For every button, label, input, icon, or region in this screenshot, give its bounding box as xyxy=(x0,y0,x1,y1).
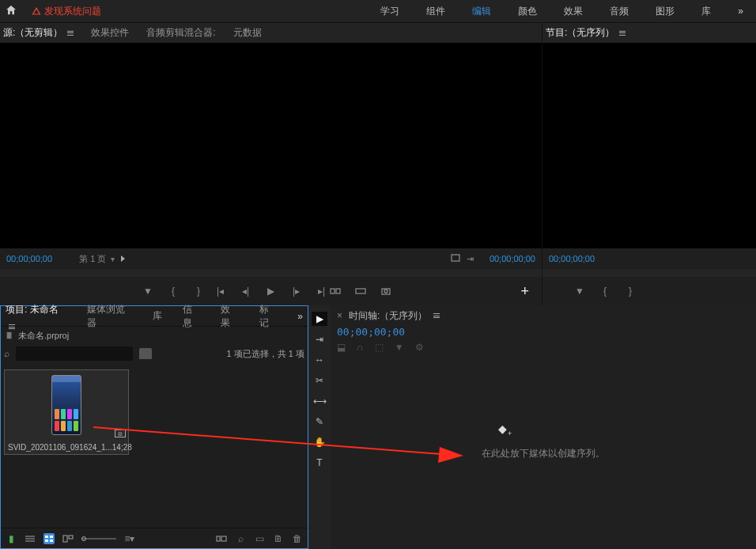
tab-metadata[interactable]: 元数据 xyxy=(233,26,262,40)
ripple-edit-tool-icon[interactable]: ↔ xyxy=(312,353,327,367)
linked-selection-icon[interactable]: ⬚ xyxy=(375,342,384,358)
icon-view-icon[interactable] xyxy=(43,533,55,544)
svg-rect-3 xyxy=(356,289,365,293)
mark-out-icon[interactable]: } xyxy=(625,286,636,297)
project-bin-area[interactable]: ⊞ SVID_20201106_091624_1... 14;28 xyxy=(1,363,308,528)
source-scrub-bar[interactable] xyxy=(0,269,542,277)
clip-preview-phone xyxy=(51,375,81,435)
workspace-library[interactable]: 库 xyxy=(701,5,711,18)
workspace-audio[interactable]: 音频 xyxy=(610,5,629,18)
find-icon[interactable]: ⌕ xyxy=(235,533,246,544)
insert-overwrite-icon[interactable]: ⇥ xyxy=(467,254,474,264)
workspace-assembly[interactable]: 组件 xyxy=(426,5,445,18)
new-item-icon[interactable]: 🗎 xyxy=(273,533,284,544)
svg-rect-12 xyxy=(45,540,48,542)
svg-rect-2 xyxy=(336,289,340,293)
mark-in-icon[interactable]: { xyxy=(168,286,179,297)
mark-out-icon[interactable]: } xyxy=(193,286,204,297)
svg-rect-10 xyxy=(45,536,48,538)
overwrite-icon[interactable] xyxy=(355,286,366,297)
tab-source[interactable]: 源:（无剪辑） xyxy=(3,26,74,40)
zoom-slider[interactable] xyxy=(81,538,116,540)
new-bin-icon[interactable]: ▭ xyxy=(254,533,265,544)
new-bin-from-search-icon[interactable] xyxy=(139,348,152,359)
razor-tool-icon[interactable]: ✂ xyxy=(312,373,327,388)
timeline-settings-icon[interactable]: ⚙ xyxy=(415,342,424,358)
insert-timeline-icon[interactable]: ⬓ xyxy=(337,342,346,358)
add-marker-timeline-icon[interactable]: ▼ xyxy=(395,342,404,358)
tab-effects-panel[interactable]: 效果 xyxy=(221,303,239,330)
step-forward-icon[interactable]: |▸ xyxy=(291,286,302,297)
export-frame-icon[interactable] xyxy=(380,286,391,297)
timeline-tool-column: ▶ ⇥ ↔ ✂ ⟷ ✎ ✋ T xyxy=(308,305,331,549)
workspace-learn[interactable]: 学习 xyxy=(380,5,399,18)
tab-audio-clip-mixer[interactable]: 音频剪辑混合器: xyxy=(146,26,215,40)
tab-info[interactable]: 信息 xyxy=(183,303,201,330)
program-timecode[interactable]: 00;00;00;00 xyxy=(549,254,595,263)
selection-tool-icon[interactable]: ▶ xyxy=(312,312,327,326)
warning-text: 发现系统问题 xyxy=(44,5,101,18)
delete-icon[interactable]: 🗑 xyxy=(292,533,303,544)
project-search-input[interactable] xyxy=(16,346,133,361)
tab-effect-controls[interactable]: 效果控件 xyxy=(91,26,129,40)
slip-tool-icon[interactable]: ⟷ xyxy=(312,394,327,408)
svg-rect-17 xyxy=(221,536,226,541)
workspace-effects[interactable]: 效果 xyxy=(564,5,583,18)
insert-icon[interactable] xyxy=(330,286,341,297)
go-to-in-icon[interactable]: |◂ xyxy=(215,286,226,297)
tab-project[interactable]: 项目: 未命名 xyxy=(6,303,66,329)
timeline-timecode[interactable]: 00;00;00;00 xyxy=(331,326,756,342)
workspace-edit[interactable]: 编辑 xyxy=(472,5,491,18)
mark-in-icon[interactable]: { xyxy=(599,286,610,297)
clip-thumbnail[interactable]: ⊞ xyxy=(5,370,128,440)
panel-menu-icon[interactable] xyxy=(67,31,74,36)
sort-icon[interactable]: ≡▾ xyxy=(124,533,135,544)
source-page-label[interactable]: 第 1 页 xyxy=(79,253,106,265)
add-marker-icon[interactable]: ▼ xyxy=(574,286,585,297)
go-to-out-icon[interactable]: ▸| xyxy=(316,286,327,297)
project-tabs-overflow-icon[interactable]: » xyxy=(297,311,303,322)
snap-icon[interactable]: ∩ xyxy=(357,342,364,358)
workspaces-overflow-icon[interactable]: » xyxy=(738,6,743,17)
source-in-timecode[interactable]: 00;00;00;00 xyxy=(6,254,52,263)
clip-item[interactable]: ⊞ SVID_20201106_091624_1... 14;28 xyxy=(4,369,129,455)
pen-tool-icon[interactable]: ✎ xyxy=(312,415,327,429)
home-icon[interactable] xyxy=(5,4,17,19)
project-writable-icon[interactable]: ▮ xyxy=(6,533,17,544)
play-icon[interactable]: ▶ xyxy=(266,286,277,297)
tab-libraries[interactable]: 库 xyxy=(153,309,162,323)
track-select-tool-icon[interactable]: ⇥ xyxy=(312,332,327,346)
step-back-icon[interactable]: ◂| xyxy=(240,286,251,297)
panel-menu-icon[interactable] xyxy=(433,313,440,318)
close-panel-icon[interactable]: × xyxy=(337,310,342,321)
program-monitor-viewport xyxy=(542,43,756,248)
freeform-view-icon[interactable] xyxy=(62,533,74,544)
project-file-name: 未命名.prproj xyxy=(18,330,69,342)
mark-clip-icon[interactable] xyxy=(451,254,460,263)
svg-rect-11 xyxy=(50,536,53,538)
add-marker-icon[interactable]: ▼ xyxy=(142,286,153,297)
list-view-icon[interactable] xyxy=(25,533,36,544)
workspace-graphics[interactable]: 图形 xyxy=(656,5,675,18)
timeline-title[interactable]: 时间轴:（无序列） xyxy=(349,309,427,323)
timeline-drop-hint: 在此处放下媒体以创建序列。 xyxy=(482,447,605,460)
tab-program[interactable]: 节目:（无序列） xyxy=(546,26,626,40)
program-scrub-bar[interactable] xyxy=(542,269,756,277)
hand-tool-icon[interactable]: ✋ xyxy=(312,435,327,449)
source-out-timecode[interactable]: 00;00;00;00 xyxy=(490,254,535,263)
page-dropdown-icon[interactable]: ▾ xyxy=(111,255,115,263)
panel-menu-icon[interactable] xyxy=(619,31,626,36)
tab-source-label: 源:（无剪辑） xyxy=(3,26,62,40)
tab-media-browser[interactable]: 媒体浏览器 xyxy=(87,303,131,330)
clip-duration: 14;28 xyxy=(112,443,132,452)
system-warning[interactable]: 发现系统问题 xyxy=(32,5,101,18)
page-play-icon[interactable] xyxy=(121,256,125,262)
button-editor-icon[interactable]: + xyxy=(520,283,529,300)
automate-to-sequence-icon[interactable] xyxy=(216,533,227,544)
clip-av-indicator-icon: ⊞ xyxy=(115,430,126,437)
svg-point-5 xyxy=(384,290,387,293)
type-tool-icon[interactable]: T xyxy=(312,456,327,470)
timeline-drop-zone[interactable]: ◆+ 在此处放下媒体以创建序列。 xyxy=(331,358,756,549)
workspace-color[interactable]: 颜色 xyxy=(518,5,537,18)
tab-markers[interactable]: 标记 xyxy=(259,303,278,330)
